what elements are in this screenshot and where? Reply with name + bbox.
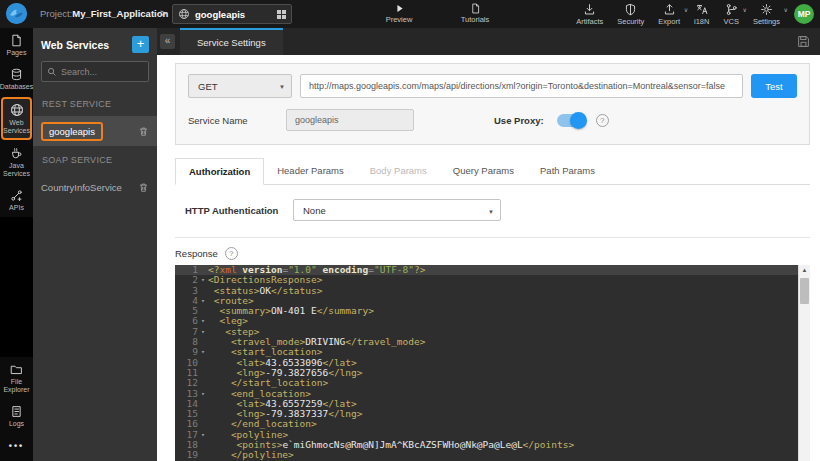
proxy-help-icon[interactable]: ? xyxy=(596,114,609,127)
service-section-title: REST SERVICE xyxy=(33,90,157,116)
authorization-tab-content: HTTP Authentication None ▼ xyxy=(175,185,810,238)
code-line: 5 <summary>ON-401 E</summary> xyxy=(175,306,798,316)
settings-gear-icon xyxy=(760,3,773,16)
response-help-icon[interactable]: ? xyxy=(225,247,238,260)
topbar-action-label: Security xyxy=(617,17,644,26)
sidebar-item-label: FileExplorer xyxy=(3,378,29,394)
sidebar-item-apis[interactable]: APIs xyxy=(0,183,33,217)
web-services-globe-icon xyxy=(10,103,24,117)
request-url-input[interactable] xyxy=(300,74,743,98)
topbar-action-label: Settings xyxy=(753,17,780,26)
editor-scrollbar[interactable]: ▲ ▼ xyxy=(798,265,810,461)
code-text: <leg> xyxy=(208,316,798,326)
response-code-editor[interactable]: 1<?xml version="1.0" encoding="UTF-8"?>2… xyxy=(175,265,810,461)
trash-icon[interactable] xyxy=(138,182,149,193)
tab-query-params[interactable]: Query Params xyxy=(440,158,527,185)
code-text: </end_location> xyxy=(208,419,798,429)
http-authentication-select[interactable]: None ▼ xyxy=(293,199,501,221)
service-name-input[interactable] xyxy=(286,109,414,131)
fold-gutter xyxy=(198,337,208,347)
service-item-countryinfoservice[interactable]: CountryInfoService xyxy=(33,172,157,202)
tab-body-params: Body Params xyxy=(357,158,440,185)
service-settings-content: GET ▼ Test Service Name Use Proxy: ? Aut… xyxy=(157,55,820,461)
wavemaker-logo-icon[interactable] xyxy=(6,3,27,24)
service-search[interactable] xyxy=(41,61,149,82)
fold-arrow-icon[interactable]: ▾ xyxy=(198,316,208,326)
search-input[interactable] xyxy=(61,67,143,77)
play-icon xyxy=(394,3,405,14)
test-button[interactable]: Test xyxy=(751,74,797,98)
fold-gutter xyxy=(198,378,208,388)
fold-arrow-icon[interactable]: ▾ xyxy=(198,430,208,440)
preview-button[interactable]: Preview xyxy=(376,3,422,24)
toggle-knob xyxy=(570,112,587,129)
sidebar-item-label: Pages xyxy=(7,49,27,57)
topbar-action-i18n[interactable]: i18N xyxy=(694,3,709,26)
use-proxy-label: Use Proxy: xyxy=(494,115,544,126)
logs-document-icon xyxy=(10,405,23,418)
open-service-tab[interactable]: googleapis xyxy=(172,4,292,24)
panel-title: Web Services xyxy=(41,39,132,51)
http-authentication-label: HTTP Authentication xyxy=(185,205,285,216)
sidebar-more-button[interactable]: ••• xyxy=(0,433,33,461)
security-shield-icon xyxy=(624,3,637,16)
service-item-googleapis[interactable]: googleapis xyxy=(33,116,157,146)
user-avatar[interactable]: MP xyxy=(794,4,814,24)
fold-arrow-icon[interactable]: ▾ xyxy=(198,389,208,399)
topbar-action-settings[interactable]: ∨Settings xyxy=(753,3,780,26)
tutorials-button[interactable]: Tutorials xyxy=(452,3,498,24)
project-label: Project: xyxy=(40,8,72,19)
preview-label: Preview xyxy=(386,15,413,24)
request-form-panel: GET ▼ Test Service Name Use Proxy: ? xyxy=(175,63,810,145)
globe-icon xyxy=(178,8,190,20)
artifacts-download-icon xyxy=(583,3,596,16)
service-tab-label: googleapis xyxy=(195,9,277,20)
project-breadcrumb[interactable]: Project:My_First_Application xyxy=(40,0,168,28)
sidebar-item-label: Logs xyxy=(9,420,24,428)
fold-arrow-icon[interactable]: ▾ xyxy=(198,275,208,285)
topbar-action-artifacts[interactable]: Artifacts xyxy=(576,3,603,26)
sidebar-item-web-services[interactable]: WebServices xyxy=(1,97,32,140)
fold-gutter xyxy=(198,265,208,275)
topbar-action-vcs[interactable]: ∨VCS xyxy=(723,3,738,26)
fold-arrow-icon[interactable]: ▾ xyxy=(198,347,208,357)
vcs-branch-icon xyxy=(725,3,738,16)
service-section-title: SOAP SERVICE xyxy=(33,146,157,172)
apps-grid-icon[interactable] xyxy=(277,10,286,19)
sidebar-item-logs[interactable]: Logs xyxy=(0,399,33,433)
main-area: « Service Settings GET ▼ Test Service Na… xyxy=(157,28,820,461)
topbar-action-label: i18N xyxy=(694,17,709,26)
scrollbar-thumb[interactable] xyxy=(800,278,809,304)
topbar-action-security[interactable]: Security xyxy=(617,3,644,26)
tab-path-params[interactable]: Path Params xyxy=(527,158,608,185)
fold-gutter xyxy=(198,450,208,460)
topbar-action-export[interactable]: ∨Export xyxy=(658,3,680,26)
code-text: <points>e`miGhmocNs@Rm@N]JmA^KBcAZSFWHo@… xyxy=(208,440,798,450)
collapse-panel-button[interactable]: « xyxy=(160,34,175,49)
scroll-up-icon[interactable]: ▲ xyxy=(799,265,810,276)
file-explorer-folder-icon xyxy=(10,363,23,376)
fold-gutter xyxy=(198,286,208,296)
service-item-label: CountryInfoService xyxy=(41,182,138,193)
sidebar-item-java-services[interactable]: JavaServices xyxy=(0,141,33,183)
save-icon[interactable] xyxy=(797,35,810,48)
sidebar-item-databases[interactable]: Databases xyxy=(0,62,33,96)
add-service-button[interactable]: + xyxy=(132,36,149,53)
use-proxy-toggle[interactable] xyxy=(557,114,586,127)
breadcrumb-chevron-icon: > xyxy=(160,0,166,28)
trash-icon[interactable] xyxy=(138,126,149,137)
sidebar-item-file-explorer[interactable]: FileExplorer xyxy=(0,357,33,399)
fold-gutter xyxy=(198,358,208,368)
topbar-action-label: VCS xyxy=(723,17,738,26)
sidebar-item-pages[interactable]: Pages xyxy=(0,28,33,62)
i18n-translate-icon xyxy=(695,3,709,16)
tab-authorization[interactable]: Authorization xyxy=(175,158,264,185)
fold-arrow-icon[interactable]: ▾ xyxy=(198,296,208,306)
tab-header-params[interactable]: Header Params xyxy=(264,158,357,185)
tutorials-document-icon xyxy=(470,3,481,14)
fold-arrow-icon[interactable]: ▾ xyxy=(198,327,208,337)
http-method-select[interactable]: GET ▼ xyxy=(188,74,292,98)
tab-service-settings[interactable]: Service Settings xyxy=(180,28,283,55)
http-authentication-value: None xyxy=(303,205,326,216)
tutorial-highlight-box: googleapis xyxy=(41,122,103,141)
